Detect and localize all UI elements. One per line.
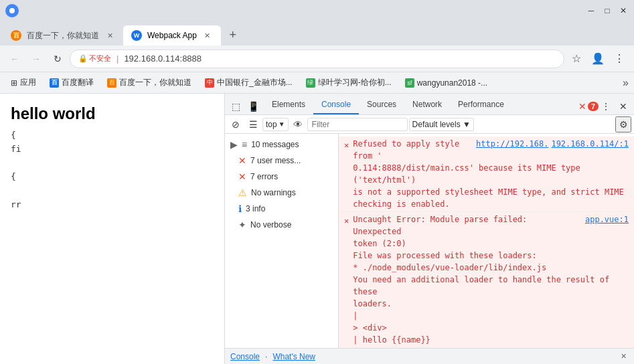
bookmark-boc-label: 中国银行_金融市场... [217, 77, 293, 88]
devtools-bottom-bar: Console · What's New ✕ [225, 348, 634, 364]
context-selector[interactable]: top ▼ [262, 118, 289, 131]
bookmarks-more-button[interactable]: » [623, 77, 629, 89]
message-row-1: Refused to apply style from 'http://192.… [353, 138, 629, 162]
sidebar-item-warnings[interactable]: ⚠ No warnings [225, 185, 338, 201]
verbose-icon: ✦ [238, 219, 246, 230]
info-icon: ℹ [238, 203, 242, 214]
minimize-button[interactable]: ─ [586, 5, 597, 16]
code-line-2: fi [11, 143, 214, 157]
security-indicator: 🔒 不安全 [78, 54, 111, 64]
apps-bookmark[interactable]: ⊞ 应用 [5, 75, 42, 91]
clear-console-button[interactable]: ⊘ [228, 116, 244, 132]
error-link-1b[interactable]: 192.168.0.114/:1 [551, 138, 629, 162]
error-text-2h: > <div> [353, 322, 629, 334]
close-button[interactable]: ✕ [618, 5, 629, 16]
error-file-2[interactable]: app.vue:1 [585, 213, 629, 238]
error-text-2d: * ./node_modules/vue-loader/lib/index.js [353, 262, 629, 274]
sidebar-item-user-messages[interactable]: ✕ 7 user mess... [225, 153, 338, 169]
whats-new-link[interactable]: What's New [272, 352, 315, 361]
error-text-2b: token (2:0) [353, 238, 629, 250]
back-button[interactable]: ← [5, 50, 24, 68]
sidebar-item-info[interactable]: ℹ 3 info [225, 201, 338, 217]
reload-button[interactable]: ↻ [48, 50, 67, 68]
bookmark-baidu[interactable]: 百 百度一下，你就知道 [102, 75, 197, 91]
devtools-close-button[interactable]: ✕ [615, 98, 631, 114]
error-link-1[interactable]: http://192.168. [476, 138, 548, 162]
close-errors-button[interactable]: ✕ 7 [580, 98, 597, 114]
address-input[interactable]: 🔒 不安全 | 192.168.0.114:8888 [70, 50, 564, 68]
tab-network[interactable]: Network [404, 96, 450, 114]
menu-button[interactable]: ⋮ [610, 50, 629, 68]
all-messages-label: 10 messages [251, 140, 299, 149]
levels-selector[interactable]: Default levels ▼ [409, 118, 474, 131]
element-picker-button[interactable]: ⬚ [228, 98, 244, 114]
warnings-icon: ⚠ [238, 187, 247, 198]
console-filter-toggle[interactable]: ☰ [245, 116, 261, 132]
tab-performance[interactable]: Performance [450, 96, 512, 114]
tab-baidu-close[interactable]: ✕ [104, 30, 115, 41]
error-text-2g: | [353, 310, 629, 322]
title-bar: ─ □ ✕ [0, 0, 634, 21]
bookmark-boc[interactable]: 中 中国银行_金融市场... [200, 75, 298, 91]
bottom-close-button[interactable]: ✕ [618, 351, 629, 362]
devtools-toolbar: ⊘ ☰ top ▼ 👁 Default levels ▼ ⚙ [225, 115, 634, 134]
apps-grid-icon: ⊞ [11, 78, 17, 88]
bookmark-star-button[interactable]: ☆ [567, 50, 586, 68]
error-circle-icon: ✕ [578, 101, 586, 112]
console-settings-button[interactable]: ⚙ [615, 116, 631, 132]
tab-elements[interactable]: Elements [264, 96, 313, 114]
eye-button[interactable]: 👁 [290, 116, 306, 132]
tab-sources[interactable]: Sources [359, 96, 404, 114]
code-line-3 [11, 157, 214, 171]
bookmark-baidufy[interactable]: 百 百度翻译 [44, 75, 99, 91]
error-text-1a: Refused to apply style from ' [353, 138, 476, 162]
devtools-body: ▶ ≡ 10 messages ✕ 7 user mess... ✕ 7 err… [225, 134, 634, 348]
new-tab-button[interactable]: + [224, 25, 242, 44]
devtools-more-button[interactable]: ⋮ [598, 98, 614, 114]
devtools-tab-bar: ⬚ 📱 Elements Console Sources Network Per… [225, 94, 634, 115]
sidebar-item-errors[interactable]: ✕ 7 errors [225, 169, 338, 185]
console-bottom-link[interactable]: Console [230, 352, 260, 361]
error-icon-1: ✕ [344, 139, 349, 210]
secure-label: 不安全 [89, 54, 111, 64]
sf-icon: sf [405, 78, 414, 88]
tab-webpack-close[interactable]: ✕ [202, 30, 213, 41]
device-toolbar-button[interactable]: 📱 [245, 98, 261, 114]
message-row-2: Uncaught Error: Module parse failed: Une… [353, 213, 629, 238]
page-hello-world: hello world [11, 104, 214, 123]
code-line-4: { [11, 170, 214, 184]
bookmark-lvye[interactable]: 绿 绿叶学习网-给你初... [301, 75, 397, 91]
user-messages-icon: ✕ [238, 155, 246, 166]
tab-baidu-label: 百度一下，你就知道 [27, 30, 99, 41]
tab-webpack-label: Webpack App [147, 31, 197, 40]
bookmark-baidu-label: 百度一下，你就知道 [119, 77, 191, 88]
bookmark-sf[interactable]: sf wangyunan2018 -... [400, 75, 493, 91]
user-messages-label: 7 user mess... [250, 156, 301, 165]
code-preview: { fi { rr [11, 128, 214, 212]
lvye-icon: 绿 [306, 78, 315, 88]
profile-button[interactable]: 👤 [588, 50, 607, 68]
tab-console[interactable]: Console [313, 96, 359, 114]
error-icon-2: ✕ [344, 215, 349, 348]
apps-label: 应用 [20, 77, 36, 88]
tab-webpack[interactable]: W Webpack App ✕ [123, 25, 221, 46]
main-content: hello world { fi { rr ⬚ 📱 Elements Conso… [0, 94, 634, 364]
devtools-icons: ✕ 7 ⋮ ✕ [580, 98, 631, 114]
bookmarks-bar: ⊞ 应用 百 百度翻译 百 百度一下，你就知道 中 中国银行_金融市场... 绿… [0, 72, 634, 94]
forward-button[interactable]: → [27, 50, 46, 68]
code-line-5 [11, 184, 214, 198]
bookmark-sf-label: wangyunan2018 -... [417, 78, 487, 88]
sidebar-item-all-messages[interactable]: ▶ ≡ 10 messages [225, 136, 338, 153]
baidu-tab-icon: 百 [11, 30, 21, 41]
error-text-1b: 0.114:8888/dist/main.css' because its MI… [353, 162, 629, 186]
errors-label: 7 errors [250, 172, 278, 181]
context-dropdown-icon: ▼ [279, 120, 285, 128]
filter-input[interactable] [307, 118, 408, 131]
sidebar-item-verbose[interactable]: ✦ No verbose [225, 217, 338, 233]
message-content-1: Refused to apply style from 'http://192.… [353, 138, 629, 210]
warnings-label: No warnings [251, 188, 296, 197]
tab-baidu[interactable]: 百 百度一下，你就知道 ✕ [3, 25, 123, 46]
maximize-button[interactable]: □ [602, 5, 613, 16]
error-count-badge: 7 [588, 102, 599, 111]
console-sidebar: ▶ ≡ 10 messages ✕ 7 user mess... ✕ 7 err… [225, 134, 339, 348]
